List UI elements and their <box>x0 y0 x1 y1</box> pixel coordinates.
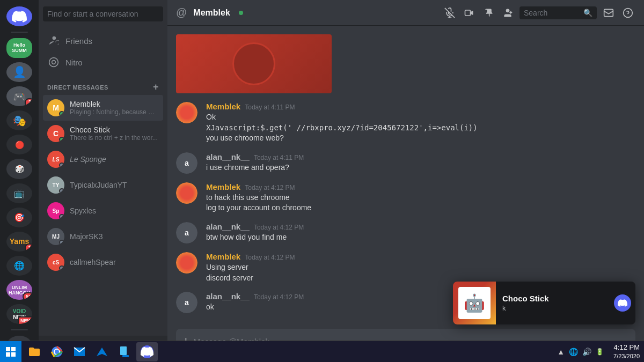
message-avatar-memblek-2 <box>176 182 197 204</box>
server-icon-12[interactable]: VOIDNEW NEW <box>6 304 32 324</box>
message-avatar-alan-1: a <box>176 152 197 174</box>
dm-item-le-sponge[interactable]: LS Le Sponge <box>43 146 163 172</box>
svg-point-1 <box>52 61 56 64</box>
server-icon-6[interactable]: 🎲 <box>6 159 32 179</box>
message-author-3: Memblek <box>206 182 240 191</box>
server-separator-2 <box>11 329 28 330</box>
friends-icon <box>47 34 60 47</box>
svg-point-6 <box>506 9 510 12</box>
message-text-2a: i use chrome and opera? <box>206 162 635 173</box>
server-icon-7[interactable]: 📺 <box>6 183 32 203</box>
taskbar-item-file[interactable] <box>114 342 135 361</box>
dm-name-choco-stick: Choco Stick <box>70 125 159 134</box>
server-icon-11[interactable]: UNLIMHANGOU 51 <box>6 280 32 300</box>
dm-search-input[interactable] <box>43 6 163 21</box>
tray-icon-network[interactable]: 🌐 <box>568 346 579 357</box>
server-icon-2[interactable]: 👤 <box>6 62 32 82</box>
chat-header-name: Memblek <box>193 8 230 18</box>
message-header-1: Memblek Today at 4:11 PM <box>206 102 635 111</box>
message-timestamp-1: Today at 4:11 PM <box>245 104 295 111</box>
dm-avatar-memblek: M <box>47 99 64 116</box>
taskbar-item-nav[interactable] <box>91 342 113 361</box>
mute-call-button[interactable] <box>442 5 457 20</box>
online-status-dot <box>239 11 243 15</box>
message-author-6: alan__nk__ <box>206 292 250 301</box>
dm-avatar-majorsk3: MJ <box>47 228 64 245</box>
dm-avatar-choco-stick: C <box>47 125 64 142</box>
server-icon-4[interactable]: 🎭 <box>6 110 32 130</box>
inbox-button[interactable] <box>601 5 616 20</box>
dm-item-typicalxjudanyt[interactable]: TY TypicalxJudanYT <box>43 172 163 198</box>
dm-item-choco-stick[interactable]: C Choco Stick There is no ctrl + z in th… <box>43 121 163 146</box>
message-avatar-memblek-3 <box>176 252 197 274</box>
message-author-4: alan__nk__ <box>206 222 250 231</box>
help-button[interactable] <box>620 5 635 20</box>
server-icon-8[interactable]: 🎯 <box>6 208 32 227</box>
chat-at-icon: @ <box>176 6 187 19</box>
server-icon-1[interactable]: HelloSUMM <box>6 38 32 58</box>
taskbar-item-chrome[interactable] <box>46 342 68 361</box>
notification-popup[interactable]: 🤖 Choco Stick k <box>453 282 635 324</box>
message-timestamp-4: Today at 4:12 PM <box>254 224 304 231</box>
message-text-3a: to hack this use chroome <box>206 193 635 203</box>
nitro-icon <box>47 56 60 69</box>
notification-preview-text: k <box>502 304 608 312</box>
dm-info-majorsk3: MajorSK3 <box>70 232 159 241</box>
server-separator <box>11 32 28 33</box>
svg-rect-15 <box>11 352 16 357</box>
dm-item-callmehspear[interactable]: cS callmehSpear <box>43 249 163 275</box>
taskbar: ▲ 🌐 🔊 🔋 4:12 PM 7/23/2020 <box>0 341 644 362</box>
pin-button[interactable] <box>481 5 496 20</box>
svg-point-0 <box>49 58 58 67</box>
chat-header: @ Memblek <box>167 0 644 26</box>
dm-item-spyxles[interactable]: Sp Spyxles <box>43 198 163 224</box>
dm-section-header: DIRECT MESSAGES + <box>39 73 167 95</box>
taskbar-item-mail[interactable] <box>69 342 90 361</box>
server-icon-3[interactable]: 🎮 3 <box>6 86 32 106</box>
friends-label: Friends <box>65 36 92 46</box>
add-friend-button[interactable] <box>500 5 515 20</box>
svg-rect-5 <box>465 10 471 16</box>
server-icon-home[interactable] <box>6 6 32 26</box>
dm-avatar-spyxles: Sp <box>47 202 64 219</box>
dm-add-button[interactable]: + <box>153 82 159 93</box>
dm-name-memblek: Memblek <box>70 100 159 108</box>
video-call-button[interactable] <box>462 5 477 20</box>
nav-item-nitro[interactable]: Nitro <box>43 51 163 73</box>
tray-icon-1[interactable]: ▲ <box>556 346 566 357</box>
dm-avatar-callmehspear: cS <box>47 254 64 271</box>
taskbar-start-button[interactable] <box>0 341 21 363</box>
taskbar-item-explorer[interactable] <box>24 342 45 361</box>
dm-avatar-typicalxjudanyt: TY <box>47 176 64 194</box>
nav-item-friends[interactable]: Friends <box>43 30 163 51</box>
dm-list: M Memblek Playing : Nothing, because m..… <box>39 95 167 336</box>
message-content-5: Memblek Today at 4:12 PM Using server di… <box>206 252 635 283</box>
message-group-5: Memblek Today at 4:12 PM Using server di… <box>176 252 635 283</box>
svg-marker-19 <box>97 348 107 356</box>
svg-point-10 <box>624 8 633 17</box>
clock-date: 7/23/2020 <box>613 352 640 360</box>
tray-icon-volume[interactable]: 🔊 <box>581 346 592 357</box>
message-author-5: Memblek <box>206 252 240 261</box>
server-icon-9[interactable]: Yams 1 <box>6 232 32 252</box>
svg-rect-9 <box>604 9 613 16</box>
dm-search-bar <box>39 0 167 28</box>
message-header-5: Memblek Today at 4:12 PM <box>206 252 635 261</box>
message-text-1c: you use chroome web? <box>206 133 635 144</box>
message-content-1: Memblek Today at 4:11 PM Ok XJavascript:… <box>206 102 635 144</box>
taskbar-item-discord[interactable] <box>136 342 158 361</box>
server-icon-5[interactable]: 🔴 <box>6 135 32 154</box>
message-author-1: Memblek <box>206 102 240 111</box>
taskbar-clock: 4:12 PM 7/23/2020 <box>609 343 644 360</box>
dm-item-majorsk3[interactable]: MJ MajorSK3 <box>43 224 163 249</box>
server-icon-10[interactable]: 🌐 <box>6 256 32 276</box>
search-icon: 🔍 <box>583 9 592 17</box>
chat-search-input[interactable] <box>524 9 580 17</box>
message-author-2: alan__nk__ <box>206 152 250 161</box>
nitro-label: Nitro <box>65 58 83 67</box>
tray-icon-battery[interactable]: 🔋 <box>595 347 605 357</box>
message-avatar-alan-3: a <box>176 292 197 313</box>
message-header-3: Memblek Today at 4:12 PM <box>206 182 635 191</box>
svg-rect-21 <box>122 355 129 357</box>
dm-item-memblek[interactable]: M Memblek Playing : Nothing, because m..… <box>43 95 163 121</box>
